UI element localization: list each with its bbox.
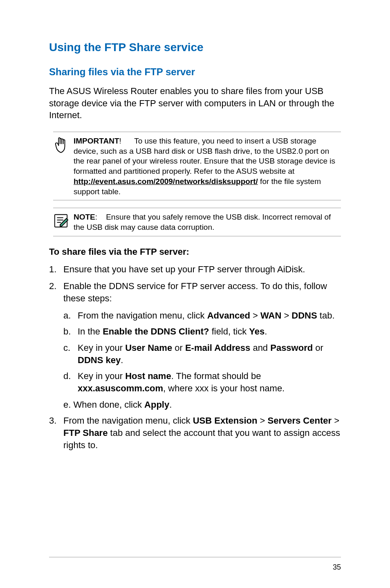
step-2b: b. In the Enable the DDNS Client? field,… (63, 325, 341, 338)
step-2d: d. Key in your Host name. The format sho… (63, 370, 341, 394)
step-2: 2. Enable the DDNS service for FTP serve… (49, 280, 341, 304)
important-text: IMPORTANT! To use this feature, you need… (74, 136, 341, 197)
step-3: 3. From the navigation menu, click USB E… (49, 415, 341, 451)
note-icon (53, 212, 74, 230)
disksupport-link[interactable]: http://event.asus.com/2009/networks/disk… (74, 177, 258, 186)
hand-icon (53, 136, 74, 156)
step-2a: a. From the navigation menu, click Advan… (63, 310, 341, 322)
important-label: IMPORTANT (74, 137, 119, 145)
intro-paragraph: The ASUS Wireless Router enables you to … (49, 85, 341, 121)
footer-divider (49, 557, 341, 557)
note-label: NOTE (74, 213, 95, 221)
note-callout: NOTE: Ensure that you safely remove the … (53, 208, 341, 236)
step-2e: e. When done, click Apply. (63, 399, 341, 411)
section-heading: Sharing files via the FTP server (49, 66, 341, 78)
page-number: 35 (333, 563, 341, 572)
page-heading: Using the FTP Share service (49, 41, 341, 54)
step-2c: c. Key in your User Name or E-mail Addre… (63, 342, 341, 366)
steps-heading: To share files via the FTP server: (49, 247, 341, 257)
step-1: 1. Ensure that you have set up your FTP … (49, 263, 341, 276)
note-text: NOTE: Ensure that you safely remove the … (74, 212, 341, 232)
important-callout: IMPORTANT! To use this feature, you need… (53, 132, 341, 200)
